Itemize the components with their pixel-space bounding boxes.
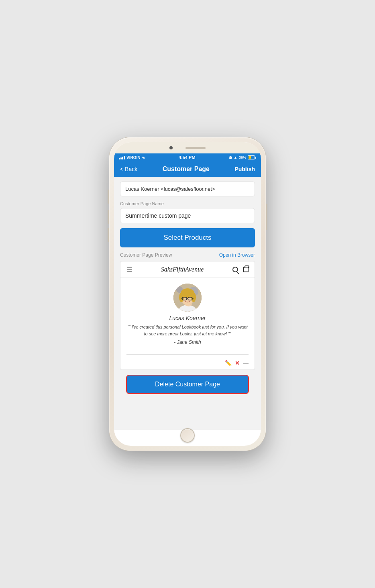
status-time: 4:54 PM: [179, 155, 196, 160]
battery-body: [248, 155, 255, 159]
preview-person-name: Lucas Koerner: [126, 315, 249, 321]
preview-action-row: ✏️ ✕ —: [120, 358, 255, 370]
signal-bars: [119, 155, 125, 159]
speaker: [185, 147, 206, 149]
avatar: [173, 284, 202, 312]
home-button[interactable]: [180, 428, 195, 443]
preview-profile-section: Lucas Koerner ““ I've created this perso…: [120, 278, 255, 351]
dash-icon[interactable]: —: [243, 360, 249, 366]
email-input[interactable]: Lucas Koerner <lucas@salesfloor.net>: [120, 182, 255, 196]
avatar-svg: [173, 284, 202, 312]
signal-bar-3: [122, 157, 123, 159]
edit-icon[interactable]: ✏️: [225, 360, 232, 366]
delete-btn-container: Delete Customer Page: [120, 375, 255, 398]
phone-screen: VIRGIN ∿ 4:54 PM ◕ ▲ 36%: [114, 142, 261, 446]
phone-frame: VIRGIN ∿ 4:54 PM ◕ ▲ 36%: [109, 137, 266, 451]
bag-icon[interactable]: [243, 267, 249, 272]
avatar-placeholder: [173, 284, 202, 312]
phone-content: VIRGIN ∿ 4:54 PM ◕ ▲ 36%: [114, 153, 261, 430]
hamburger-icon[interactable]: ☰: [126, 265, 132, 273]
preview-nav-icons: [232, 267, 249, 272]
svg-point-14: [185, 302, 192, 306]
status-left: VIRGIN ∿: [119, 155, 145, 160]
battery-percent: 36%: [239, 155, 246, 159]
status-right: ◕ ▲ 36%: [229, 155, 256, 159]
phone-top-bar: [114, 142, 261, 153]
preview-header: Customer Page Preview Open in Browser: [120, 252, 255, 258]
signal-arrow-icon: ▲: [234, 155, 237, 159]
wifi-icon: ∿: [142, 155, 145, 160]
carrier-label: VIRGIN: [126, 155, 140, 160]
preview-card: ☰ SaksFifthAvenue: [120, 261, 255, 370]
nav-title: Customer Page: [163, 165, 210, 173]
page-name-label: Customer Page Name: [120, 201, 255, 206]
camera: [169, 146, 173, 149]
battery-fill: [249, 156, 251, 159]
signal-bar-2: [120, 157, 122, 159]
store-logo: SaksFifthAvenue: [161, 266, 204, 273]
battery: [248, 155, 256, 159]
nav-bar: < Back Customer Page Publish: [114, 161, 261, 177]
preview-nav: ☰ SaksFifthAvenue: [120, 261, 255, 278]
preview-divider: [126, 354, 249, 355]
preview-label: Customer Page Preview: [120, 252, 172, 258]
delete-icon[interactable]: ✕: [235, 360, 240, 366]
open-browser-link[interactable]: Open in Browser: [219, 252, 255, 258]
select-products-button[interactable]: Select Products: [120, 228, 255, 247]
back-button[interactable]: < Back: [120, 166, 137, 172]
search-icon[interactable]: [232, 267, 238, 272]
page-name-input[interactable]: Summertime custom page: [120, 208, 255, 223]
signal-bar-4: [124, 156, 125, 159]
preview-signed: - Jane Smith: [126, 339, 249, 345]
back-label: < Back: [120, 166, 137, 172]
preview-quote: ““ I've created this personal Lookbook j…: [126, 324, 249, 337]
location-icon: ◕: [229, 155, 232, 159]
delete-customer-page-button[interactable]: Delete Customer Page: [126, 375, 249, 394]
battery-tip: [255, 157, 256, 159]
main-content: Lucas Koerner <lucas@salesfloor.net> Cus…: [114, 177, 261, 429]
publish-button[interactable]: Publish: [234, 166, 255, 172]
status-bar: VIRGIN ∿ 4:54 PM ◕ ▲ 36%: [114, 153, 261, 161]
signal-bar-1: [119, 158, 120, 159]
